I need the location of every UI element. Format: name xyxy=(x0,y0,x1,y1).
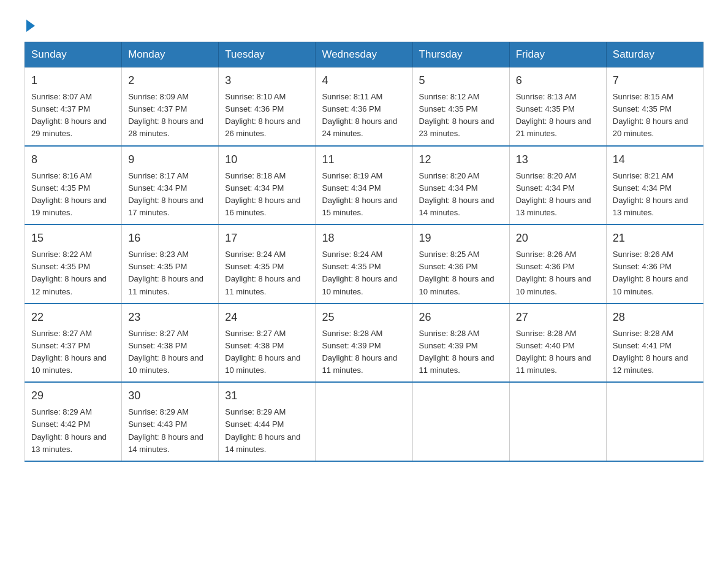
day-info: Sunrise: 8:28 AMSunset: 4:41 PMDaylight:… xyxy=(613,327,697,377)
day-number: 7 xyxy=(613,72,697,89)
day-info: Sunrise: 8:10 AMSunset: 4:36 PMDaylight:… xyxy=(225,91,309,140)
day-info: Sunrise: 8:19 AMSunset: 4:34 PMDaylight:… xyxy=(322,170,406,220)
day-number: 13 xyxy=(516,151,600,168)
day-info: Sunrise: 8:22 AMSunset: 4:35 PMDaylight:… xyxy=(31,248,115,298)
table-row: 3Sunrise: 8:10 AMSunset: 4:36 PMDaylight… xyxy=(219,67,316,146)
day-number: 23 xyxy=(128,309,212,326)
table-row: 13Sunrise: 8:20 AMSunset: 4:34 PMDayligh… xyxy=(509,146,606,225)
day-info: Sunrise: 8:26 AMSunset: 4:36 PMDaylight:… xyxy=(613,248,697,298)
table-row: 4Sunrise: 8:11 AMSunset: 4:36 PMDaylight… xyxy=(316,67,412,146)
day-info: Sunrise: 8:28 AMSunset: 4:39 PMDaylight:… xyxy=(419,327,503,377)
day-info: Sunrise: 8:12 AMSunset: 4:35 PMDaylight:… xyxy=(419,91,503,140)
day-info: Sunrise: 8:21 AMSunset: 4:34 PMDaylight:… xyxy=(613,170,697,220)
calendar-week-row: 1Sunrise: 8:07 AMSunset: 4:37 PMDaylight… xyxy=(25,67,703,146)
day-info: Sunrise: 8:20 AMSunset: 4:34 PMDaylight:… xyxy=(516,170,600,220)
day-number: 28 xyxy=(613,309,697,326)
table-row: 27Sunrise: 8:28 AMSunset: 4:40 PMDayligh… xyxy=(509,304,606,383)
table-row: 19Sunrise: 8:25 AMSunset: 4:36 PMDayligh… xyxy=(412,224,509,304)
day-number: 2 xyxy=(128,72,212,89)
header-wednesday: Wednesday xyxy=(316,42,412,67)
table-row: 7Sunrise: 8:15 AMSunset: 4:35 PMDaylight… xyxy=(606,67,703,146)
table-row: 6Sunrise: 8:13 AMSunset: 4:35 PMDaylight… xyxy=(509,67,606,146)
day-info: Sunrise: 8:27 AMSunset: 4:38 PMDaylight:… xyxy=(128,327,212,377)
table-row xyxy=(316,382,412,461)
day-number: 22 xyxy=(31,309,115,326)
day-number: 16 xyxy=(128,230,212,247)
day-number: 11 xyxy=(322,151,406,168)
day-number: 10 xyxy=(225,151,309,168)
table-row: 22Sunrise: 8:27 AMSunset: 4:37 PMDayligh… xyxy=(25,304,122,383)
table-row: 23Sunrise: 8:27 AMSunset: 4:38 PMDayligh… xyxy=(122,304,219,383)
day-info: Sunrise: 8:25 AMSunset: 4:36 PMDaylight:… xyxy=(419,248,503,298)
day-number: 18 xyxy=(322,230,406,247)
header-thursday: Thursday xyxy=(412,42,509,67)
day-info: Sunrise: 8:29 AMSunset: 4:43 PMDaylight:… xyxy=(128,406,212,456)
day-info: Sunrise: 8:29 AMSunset: 4:44 PMDaylight:… xyxy=(225,406,309,456)
table-row: 5Sunrise: 8:12 AMSunset: 4:35 PMDaylight… xyxy=(412,67,509,146)
day-info: Sunrise: 8:16 AMSunset: 4:35 PMDaylight:… xyxy=(31,170,115,220)
table-row: 25Sunrise: 8:28 AMSunset: 4:39 PMDayligh… xyxy=(316,304,412,383)
table-row: 1Sunrise: 8:07 AMSunset: 4:37 PMDaylight… xyxy=(25,67,122,146)
day-info: Sunrise: 8:28 AMSunset: 4:40 PMDaylight:… xyxy=(516,327,600,377)
day-number: 19 xyxy=(419,230,503,247)
day-info: Sunrise: 8:17 AMSunset: 4:34 PMDaylight:… xyxy=(128,170,212,220)
day-info: Sunrise: 8:26 AMSunset: 4:36 PMDaylight:… xyxy=(516,248,600,298)
table-row: 26Sunrise: 8:28 AMSunset: 4:39 PMDayligh… xyxy=(412,304,509,383)
day-number: 31 xyxy=(225,388,309,404)
logo xyxy=(25,18,35,29)
header-friday: Friday xyxy=(509,42,606,67)
table-row: 30Sunrise: 8:29 AMSunset: 4:43 PMDayligh… xyxy=(122,382,219,461)
day-number: 26 xyxy=(419,309,503,326)
day-number: 5 xyxy=(419,72,503,89)
header-monday: Monday xyxy=(122,42,219,67)
table-row: 21Sunrise: 8:26 AMSunset: 4:36 PMDayligh… xyxy=(606,224,703,304)
day-number: 3 xyxy=(225,72,309,89)
header-saturday: Saturday xyxy=(606,42,703,67)
calendar-body: 1Sunrise: 8:07 AMSunset: 4:37 PMDaylight… xyxy=(25,67,703,461)
header-row: Sunday Monday Tuesday Wednesday Thursday… xyxy=(25,42,703,67)
day-info: Sunrise: 8:15 AMSunset: 4:35 PMDaylight:… xyxy=(613,91,697,140)
header-sunday: Sunday xyxy=(25,42,122,67)
table-row: 12Sunrise: 8:20 AMSunset: 4:34 PMDayligh… xyxy=(412,146,509,225)
day-info: Sunrise: 8:28 AMSunset: 4:39 PMDaylight:… xyxy=(322,327,406,377)
table-row: 8Sunrise: 8:16 AMSunset: 4:35 PMDaylight… xyxy=(25,146,122,225)
day-number: 21 xyxy=(613,230,697,247)
day-number: 12 xyxy=(419,151,503,168)
page-header xyxy=(25,18,703,29)
day-number: 8 xyxy=(31,151,115,168)
calendar-week-row: 8Sunrise: 8:16 AMSunset: 4:35 PMDaylight… xyxy=(25,146,703,225)
table-row: 10Sunrise: 8:18 AMSunset: 4:34 PMDayligh… xyxy=(219,146,316,225)
table-row: 16Sunrise: 8:23 AMSunset: 4:35 PMDayligh… xyxy=(122,224,219,304)
table-row: 24Sunrise: 8:27 AMSunset: 4:38 PMDayligh… xyxy=(219,304,316,383)
table-row: 20Sunrise: 8:26 AMSunset: 4:36 PMDayligh… xyxy=(509,224,606,304)
calendar-week-row: 29Sunrise: 8:29 AMSunset: 4:42 PMDayligh… xyxy=(25,382,703,461)
day-number: 17 xyxy=(225,230,309,247)
day-info: Sunrise: 8:20 AMSunset: 4:34 PMDaylight:… xyxy=(419,170,503,220)
day-number: 29 xyxy=(31,388,115,404)
day-number: 24 xyxy=(225,309,309,326)
table-row: 18Sunrise: 8:24 AMSunset: 4:35 PMDayligh… xyxy=(316,224,412,304)
day-number: 30 xyxy=(128,388,212,404)
day-number: 9 xyxy=(128,151,212,168)
table-row: 29Sunrise: 8:29 AMSunset: 4:42 PMDayligh… xyxy=(25,382,122,461)
table-row: 15Sunrise: 8:22 AMSunset: 4:35 PMDayligh… xyxy=(25,224,122,304)
day-info: Sunrise: 8:27 AMSunset: 4:38 PMDaylight:… xyxy=(225,327,309,377)
logo-arrow-icon xyxy=(26,20,35,32)
table-row: 9Sunrise: 8:17 AMSunset: 4:34 PMDaylight… xyxy=(122,146,219,225)
day-number: 6 xyxy=(516,72,600,89)
day-info: Sunrise: 8:23 AMSunset: 4:35 PMDaylight:… xyxy=(128,248,212,298)
table-row: 28Sunrise: 8:28 AMSunset: 4:41 PMDayligh… xyxy=(606,304,703,383)
day-number: 1 xyxy=(31,72,115,89)
day-number: 25 xyxy=(322,309,406,326)
calendar-week-row: 22Sunrise: 8:27 AMSunset: 4:37 PMDayligh… xyxy=(25,304,703,383)
table-row: 2Sunrise: 8:09 AMSunset: 4:37 PMDaylight… xyxy=(122,67,219,146)
day-info: Sunrise: 8:09 AMSunset: 4:37 PMDaylight:… xyxy=(128,91,212,140)
table-row xyxy=(606,382,703,461)
day-number: 20 xyxy=(516,230,600,247)
day-number: 4 xyxy=(322,72,406,89)
day-info: Sunrise: 8:24 AMSunset: 4:35 PMDaylight:… xyxy=(322,248,406,298)
calendar-table: Sunday Monday Tuesday Wednesday Thursday… xyxy=(25,42,703,462)
day-number: 14 xyxy=(613,151,697,168)
table-row xyxy=(509,382,606,461)
day-info: Sunrise: 8:24 AMSunset: 4:35 PMDaylight:… xyxy=(225,248,309,298)
